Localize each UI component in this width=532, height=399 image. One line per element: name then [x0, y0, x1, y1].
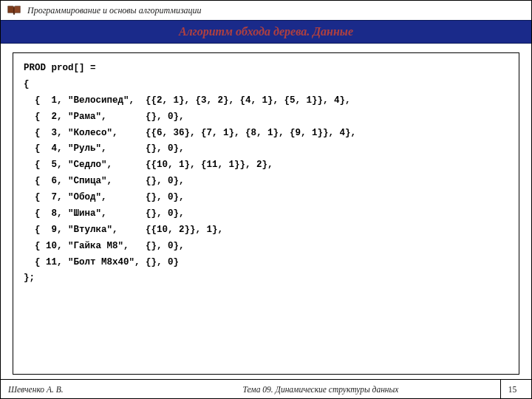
code-row: { 3, "Колесо", {{6, 36}, {7, 1}, {8, 1},…: [24, 126, 356, 142]
code-row: { 10, "Гайка М8", {}, 0},: [24, 239, 356, 255]
code-open-brace: {: [24, 77, 356, 93]
code-row: { 2, "Рама", {}, 0},: [24, 109, 356, 126]
code-close-brace: };: [24, 270, 356, 287]
code-row: { 11, "Болт М8х40", {}, 0}: [24, 255, 356, 271]
code-block: PROD prod[] = { { 1, "Велосипед", {{2, 1…: [24, 61, 356, 287]
footer-topic: Тема 09. Динамические структуры данных: [141, 385, 500, 394]
code-frame: PROD prod[] = { { 1, "Велосипед", {{2, 1…: [13, 52, 519, 375]
slide-title: Алгоритм обхода дерева. Данные: [179, 25, 353, 38]
code-row: { 5, "Седло", {{10, 1}, {11, 1}}, 2},: [24, 157, 356, 174]
top-bar: Программирование и основы алгоритмизации: [1, 1, 531, 20]
code-row: { 7, "Обод", {}, 0},: [24, 190, 356, 206]
code-row: { 8, "Шина", {}, 0},: [24, 206, 356, 222]
title-band: Алгоритм обхода дерева. Данные: [1, 20, 531, 44]
slide: Программирование и основы алгоритмизации…: [0, 0, 532, 399]
content-area: PROD prod[] = { { 1, "Велосипед", {{2, 1…: [1, 44, 531, 379]
code-row: { 9, "Втулка", {{10, 2}}, 1},: [24, 222, 356, 239]
code-row: { 6, "Спица", {}, 0},: [24, 174, 356, 190]
footer-author: Шевченко А. В.: [8, 385, 141, 394]
course-title: Программирование и основы алгоритмизации: [27, 5, 202, 16]
footer-page-number: 15: [500, 380, 524, 398]
code-row: { 1, "Велосипед", {{2, 1}, {3, 2}, {4, 1…: [24, 93, 356, 109]
code-row: { 4, "Руль", {}, 0},: [24, 141, 356, 157]
book-icon: [7, 4, 21, 17]
code-decl: PROD prod[] =: [24, 61, 356, 77]
footer: Шевченко А. В. Тема 09. Динамические стр…: [1, 379, 531, 398]
